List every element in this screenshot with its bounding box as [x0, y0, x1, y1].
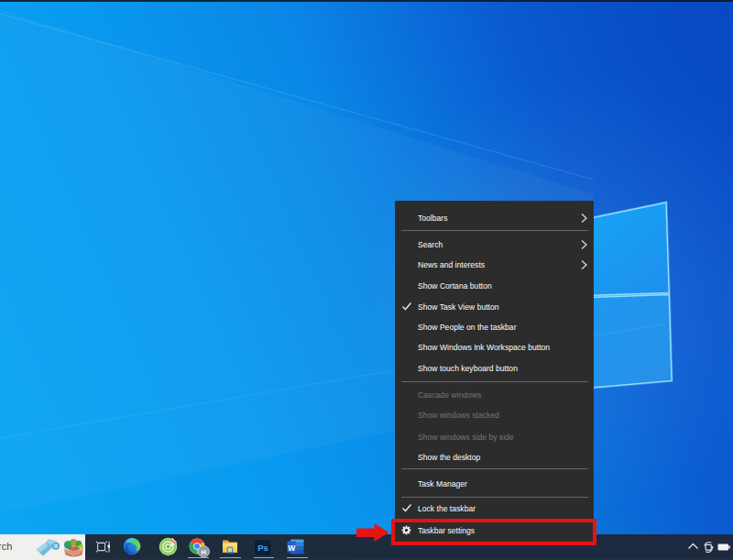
svg-text:Ps: Ps	[257, 543, 268, 553]
svg-text:H: H	[202, 548, 206, 556]
svg-text:W: W	[288, 543, 296, 552]
